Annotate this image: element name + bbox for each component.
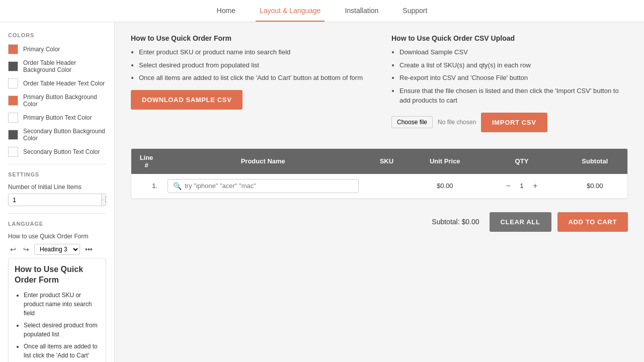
color-item-secondary-button-bg: Secondary Button Background Color [8,128,106,142]
order-table-body: 1.🔍$0.00−1+$0.00 [131,174,627,199]
color-item-primary-color: Primary Color [8,44,106,54]
spinner-up[interactable]: ▲ [102,194,106,200]
table-header-subtotal: Subtotal [562,149,627,174]
color-swatch-order-table-header-text[interactable] [8,78,18,88]
nav-home[interactable]: Home [213,0,239,22]
undo-button[interactable]: ↩ [8,244,18,254]
color-swatch-primary-button-text[interactable] [8,113,18,123]
top-navigation: Home Layout & Language Installation Supp… [0,0,644,22]
qty-minus-button[interactable]: − [504,182,513,190]
how-to-csv-col: How to Use Quick Order CSV Upload Downlo… [391,34,628,134]
order-table-wrap: Line #Product NameSKUUnit PriceQTYSubtot… [131,148,628,199]
how-to-csv-step: Re-export into CSV and 'Choose File' but… [399,73,628,83]
table-cell-product: 🔍 [162,174,365,199]
line-items-label: Number of Initial Line Items [8,184,106,191]
how-to-form-step: Select desired product from populated li… [139,60,367,70]
divider-1 [8,164,106,164]
table-cell-qty: −1+ [481,174,562,199]
how-to-form-step: Enter product SKU or product name into s… [139,47,367,57]
qty-value: 1 [517,182,527,190]
number-spinners: ▲ ▼ [101,194,106,206]
color-label-secondary-button-bg: Secondary Button Background Color [23,128,106,142]
color-swatch-primary-button-bg[interactable] [8,96,18,106]
color-swatch-order-table-header-bg[interactable] [8,61,18,71]
download-sample-csv-button[interactable]: DOWNLOAD SAMPLE CSV [131,90,243,110]
how-to-csv-title: How to Use Quick Order CSV Upload [391,34,628,42]
nav-support[interactable]: Support [398,0,431,22]
color-item-order-table-header-text: Order Table Header Text Color [8,78,106,88]
instructions-row: How to Use Quick Order Form Enter produc… [131,34,628,134]
csv-import-row: Choose file No file chosen IMPORT CSV [391,113,628,132]
editor-list-item: Once all items are added to list click t… [24,342,100,362]
import-csv-button[interactable]: IMPORT CSV [481,113,547,132]
subtotal-text: Subtotal: $0.00 [432,218,479,226]
table-cell-line: 1. [131,174,162,199]
how-to-csv-list: Download Sample CSVCreate a list of SKU(… [391,47,628,106]
how-to-form-col: How to Use Quick Order Form Enter produc… [131,34,367,134]
table-header-product-name: Product Name [162,149,365,174]
color-label-primary-button-text: Primary Button Text Color [23,114,92,121]
clear-all-button[interactable]: CLEAR ALL [490,212,551,232]
nav-layout-language[interactable]: Layout & Language [256,0,325,22]
color-items: Primary ColorOrder Table Header Backgrou… [8,44,106,157]
color-label-primary-button-bg: Primary Button Background Color [23,94,106,108]
editor-list-item: Enter product SKU or product name into s… [24,291,100,318]
how-to-csv-step: Create a list of SKU(s) and qty(s) in ea… [399,60,628,70]
how-to-form-step: Once all items are added to list click t… [139,73,367,83]
color-swatch-secondary-button-bg[interactable] [8,130,18,140]
how-to-csv-step: Ensure that the file chosen is listed an… [399,86,628,106]
table-header-unit-price: Unit Price [409,149,481,174]
search-icon: 🔍 [173,182,182,190]
main-content: How to Use Quick Order Form Enter produc… [115,22,644,362]
table-cell-sku [365,174,409,199]
order-table: Line #Product NameSKUUnit PriceQTYSubtot… [131,149,627,199]
line-items-input-wrap: ▲ ▼ [8,194,106,206]
table-footer: Subtotal: $0.00 CLEAR ALL ADD TO CART [131,207,628,237]
order-table-header: Line #Product NameSKUUnit PriceQTYSubtot… [131,149,627,174]
heading-select[interactable]: Heading 3 Heading 1 Heading 2 Heading 4 … [34,244,80,255]
table-cell-unit-price: $0.00 [409,174,481,199]
color-swatch-primary-color[interactable] [8,44,18,54]
table-header-qty: QTY [481,149,562,174]
color-swatch-secondary-button-text[interactable] [8,147,18,157]
how-to-form-list: Enter product SKU or product name into s… [131,47,367,83]
table-header-sku: SKU [365,149,409,174]
color-item-primary-button-text: Primary Button Text Color [8,113,106,123]
color-item-order-table-header-bg: Order Table Header Background Color [8,59,106,73]
table-row: 1.🔍$0.00−1+$0.00 [131,174,627,199]
add-to-cart-button[interactable]: ADD TO CART [557,212,628,232]
header-row: Line #Product NameSKUUnit PriceQTYSubtot… [131,149,627,174]
spinner-down[interactable]: ▼ [102,200,106,206]
qty-plus-button[interactable]: + [531,182,539,190]
color-label-secondary-button-text: Secondary Button Text Color [23,148,100,155]
editor-list-item: Select desired product from populated li… [24,321,100,339]
color-label-order-table-header-text: Order Table Header Text Color [23,80,105,87]
no-file-text: No file chosen [438,119,476,126]
how-to-csv-step: Download Sample CSV [399,47,628,57]
color-label-order-table-header-bg: Order Table Header Background Color [23,59,106,73]
settings-section-title: SETTINGS [8,171,106,177]
colors-section-title: COLORS [8,32,106,38]
table-cell-subtotal: $0.00 [562,174,627,199]
how-to-form-title: How to Use Quick Order Form [131,34,367,42]
qty-controls: −1+ [487,182,556,190]
language-section-title: LANGUAGE [8,221,106,227]
language-section: LANGUAGE How to use Quick Order Form ↩ ↪… [8,221,106,362]
line-items-setting: Number of Initial Line Items ▲ ▼ [8,184,106,206]
main-layout: COLORS Primary ColorOrder Table Header B… [0,22,644,362]
table-header-line-num: Line # [131,149,162,174]
editor-heading: How to Use Quick Order Form [15,264,100,286]
sidebar: COLORS Primary ColorOrder Table Header B… [0,22,115,362]
choose-file-button[interactable]: Choose file [391,116,433,128]
product-search-input[interactable] [185,182,353,190]
nav-installation[interactable]: Installation [341,0,382,22]
color-item-primary-button-bg: Primary Button Background Color [8,94,106,108]
color-label-primary-color: Primary Color [23,46,60,53]
editor-toolbar: ↩ ↪ Heading 3 Heading 1 Heading 2 Headin… [8,244,106,255]
divider-2 [8,213,106,214]
more-options-button[interactable]: ••• [83,244,95,254]
editor-list: Enter product SKU or product name into s… [15,291,100,362]
redo-button[interactable]: ↪ [21,244,31,254]
line-items-input[interactable] [9,194,101,206]
how-to-label: How to use Quick Order Form [8,233,106,240]
